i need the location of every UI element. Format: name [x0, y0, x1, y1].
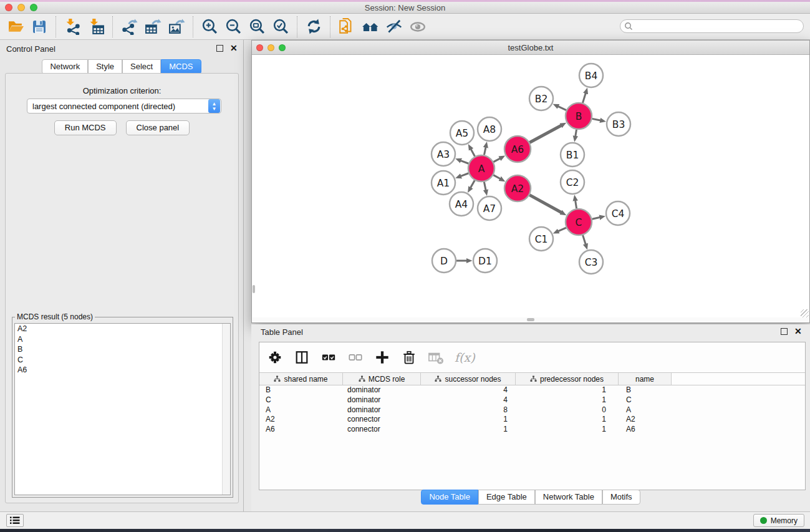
show-details-button[interactable] [406, 16, 430, 38]
tab-motifs[interactable]: Motifs [602, 490, 640, 505]
network-canvas[interactable]: AA2A6BCA1A3A4A5A7A8B1B2B3B4C1C2C3C4DD1 [253, 56, 809, 317]
edge-A-A4[interactable] [471, 180, 475, 188]
node-C3[interactable]: C3 [579, 250, 603, 274]
table-close-icon[interactable]: ✕ [794, 328, 801, 335]
tab-network[interactable]: Network [42, 59, 88, 74]
zoom-in-button[interactable] [198, 16, 221, 38]
edge-C-C3[interactable] [583, 235, 586, 244]
import-network-button[interactable] [60, 16, 84, 38]
edge-A6-B[interactable] [529, 125, 561, 142]
search-input[interactable] [633, 22, 803, 31]
edge-B-B4[interactable] [582, 94, 586, 103]
memory-button[interactable]: Memory [753, 514, 804, 527]
edge-A-A8[interactable] [484, 147, 485, 155]
optimization-select[interactable]: largest connected component (directed) ▲… [27, 99, 221, 114]
refresh-button[interactable] [302, 16, 325, 38]
network-horizontal-scrollbar[interactable] [253, 317, 809, 322]
node-D1[interactable]: D1 [473, 249, 497, 273]
edge-A-A1[interactable] [461, 173, 468, 177]
node-A3[interactable]: A3 [432, 142, 455, 166]
task-history-button[interactable] [6, 514, 24, 527]
delete-column-button[interactable] [400, 348, 418, 367]
open-session-button[interactable] [4, 16, 27, 38]
tab-network-table[interactable]: Network Table [535, 490, 602, 505]
column-header-shared-name[interactable]: shared name [259, 373, 343, 385]
node-A7[interactable]: A7 [478, 196, 501, 220]
node-A8[interactable]: A8 [478, 117, 501, 141]
float-panel-icon[interactable] [216, 45, 223, 52]
delete-table-button[interactable] [427, 348, 445, 367]
zoom-out-button[interactable] [221, 16, 245, 38]
node-C[interactable]: C [566, 209, 592, 235]
mcds-result-item[interactable]: A6 [15, 365, 230, 375]
edge-A-A5[interactable] [471, 149, 475, 156]
node-B1[interactable]: B1 [561, 143, 584, 167]
import-table-button[interactable] [84, 16, 108, 38]
window-resize-grip[interactable] [801, 309, 809, 317]
table-row[interactable]: A6connector11A6 [259, 425, 805, 435]
table-row[interactable]: Adominator80A [259, 405, 805, 415]
node-A2[interactable]: A2 [504, 175, 531, 201]
zoom-selected-button[interactable] [269, 16, 292, 38]
zoom-fit-button[interactable] [245, 16, 269, 38]
export-image-button[interactable] [165, 16, 188, 38]
node-C2[interactable]: C2 [561, 170, 584, 194]
network-vertical-scrollbar[interactable] [253, 285, 255, 293]
save-session-button[interactable] [27, 16, 51, 38]
mcds-result-item[interactable]: A [15, 334, 230, 345]
network-from-file-button[interactable] [335, 16, 359, 38]
edge-C-C4[interactable] [592, 218, 599, 220]
mcds-result-item[interactable]: A2 [15, 324, 230, 334]
node-A6[interactable]: A6 [504, 136, 531, 162]
tab-style[interactable]: Style [88, 59, 122, 74]
edge-A2-C[interactable] [529, 195, 561, 213]
home-layout-button[interactable] [359, 16, 382, 38]
tab-node-table[interactable]: Node Table [421, 490, 478, 505]
node-B4[interactable]: B4 [579, 64, 603, 87]
table-float-icon[interactable] [781, 328, 788, 335]
node-D[interactable]: D [432, 249, 456, 273]
mcds-result-list[interactable]: A2ABCA6 [14, 323, 231, 495]
node-B3[interactable]: B3 [607, 112, 630, 136]
hide-details-button[interactable] [382, 16, 406, 38]
node-B[interactable]: B [566, 103, 592, 129]
table-row[interactable]: Cdominator41C [259, 395, 805, 405]
tab-mcds[interactable]: MCDS [161, 59, 201, 74]
node-A1[interactable]: A1 [432, 171, 455, 195]
search-field[interactable] [620, 19, 804, 33]
edge-A-A7[interactable] [484, 182, 486, 190]
node-A5[interactable]: A5 [450, 121, 474, 145]
edge-A-A3[interactable] [461, 161, 468, 164]
column-header-name[interactable]: name [619, 373, 672, 385]
node-C4[interactable]: C4 [606, 201, 630, 225]
edge-C-C2[interactable] [576, 201, 577, 209]
export-network-button[interactable] [117, 16, 141, 38]
run-mcds-button[interactable]: Run MCDS [54, 120, 117, 135]
show-columns-button[interactable] [292, 348, 311, 367]
edge-B-B3[interactable] [592, 118, 600, 120]
tab-edge-table[interactable]: Edge Table [478, 490, 535, 505]
add-column-button[interactable] [373, 348, 392, 367]
column-header-successor-nodes[interactable]: successor nodes [421, 373, 516, 385]
node-A4[interactable]: A4 [450, 192, 473, 216]
export-table-button[interactable] [141, 16, 165, 38]
close-panel-button[interactable]: Close panel [126, 120, 190, 135]
table-row[interactable]: A2connector11A2 [259, 415, 805, 425]
node-C1[interactable]: C1 [529, 227, 553, 251]
table-row[interactable]: Bdominator41B [259, 385, 805, 395]
unselect-all-button[interactable] [346, 348, 365, 367]
edge-A-A6[interactable] [493, 158, 499, 162]
edge-B-B2[interactable] [558, 107, 566, 110]
node-A[interactable]: A [468, 155, 494, 181]
column-header-predecessor-nodes[interactable]: predecessor nodes [516, 373, 619, 385]
column-header-mcds-role[interactable]: MCDS role [343, 373, 421, 385]
close-panel-icon[interactable]: ✕ [230, 45, 237, 52]
function-builder-button[interactable]: f(x) [455, 351, 475, 364]
table-settings-button[interactable] [266, 348, 284, 367]
mcds-list-scrollbar[interactable] [222, 324, 230, 495]
tab-select[interactable]: Select [122, 59, 161, 74]
mcds-result-item[interactable]: C [15, 355, 230, 365]
mcds-result-item[interactable]: B [15, 344, 230, 355]
edge-B-B1[interactable] [576, 130, 577, 137]
edge-A-A2[interactable] [493, 175, 500, 179]
